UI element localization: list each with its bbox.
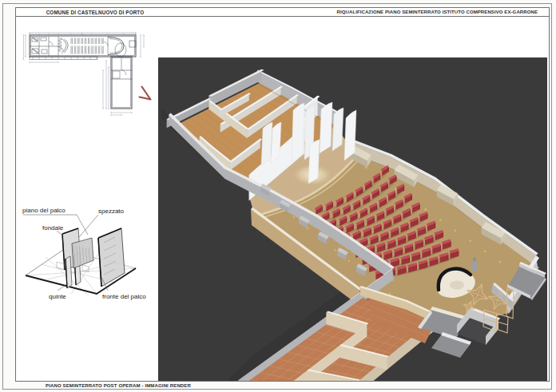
sheet-inner-frame: COMUNE DI CASTELNUOVO DI PORTO RIQUALIFI… — [15, 7, 550, 382]
stage-sketch: piano del palco spezzato fondale quinte … — [22, 201, 153, 303]
title-band: COMUNE DI CASTELNUOVO DI PORTO RIQUALIFI… — [16, 8, 549, 17]
person-figure — [472, 257, 477, 271]
label-fronte-del-palco: fronte del palco — [102, 293, 146, 300]
footer-band: PIANO SEMINTERRATO POST OPERAM - IMMAGIN… — [2, 382, 552, 390]
label-fondale: fondale — [42, 224, 64, 232]
render-panel — [158, 57, 547, 381]
drawing-sheet: { "sheet": { "header_left": "COMUNE DI C… — [0, 0, 556, 392]
label-piano-del-palco: piano del palco — [22, 207, 66, 214]
floor-plan-drawing — [22, 32, 150, 118]
floor-plan — [22, 32, 150, 118]
render-3d — [158, 57, 547, 381]
red-arrow-icon — [138, 84, 154, 101]
label-quinte: quinte — [49, 293, 66, 300]
title-project: RIQUALIFICAZIONE PIANO SEMINTERRATO ISTI… — [337, 8, 538, 17]
title-municipality: COMUNE DI CASTELNUOVO DI PORTO — [16, 8, 174, 17]
footer-caption: PIANO SEMINTERRATO POST OPERAM - IMMAGIN… — [46, 382, 191, 390]
label-spezzato: spezzato — [98, 208, 125, 215]
